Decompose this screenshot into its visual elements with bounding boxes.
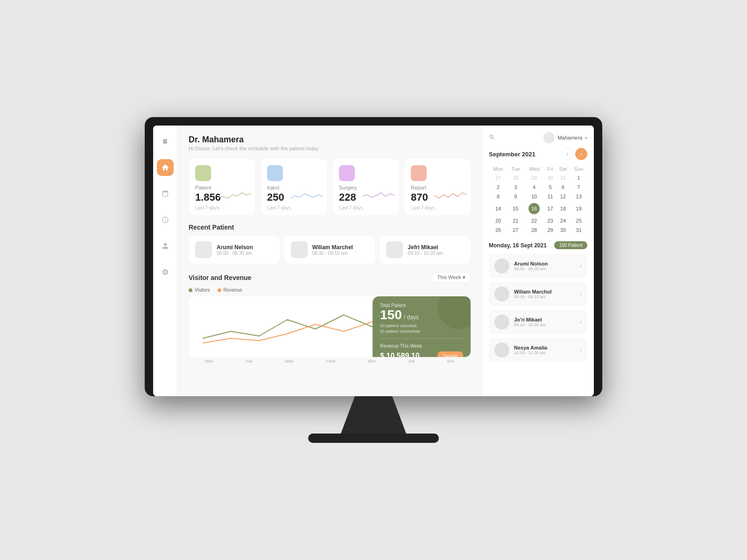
cal-day[interactable]: 26 bbox=[489, 225, 507, 235]
cal-day[interactable]: 2 bbox=[489, 182, 507, 192]
stat-card-report: Report 870 Last 7 days bbox=[404, 159, 471, 215]
tooltip-rescheduled: 50 patient reschedule bbox=[380, 329, 463, 334]
patient-time-0: 08.00 - 08.30 am bbox=[217, 251, 253, 256]
cal-day-today[interactable]: 16 bbox=[524, 201, 545, 216]
schedule-item-2[interactable]: Jo'ri Mikael 09.10 - 10.20 am › bbox=[489, 310, 587, 334]
patient-info-0: Arumi Nelson 08.00 - 08.30 am bbox=[217, 244, 253, 256]
cal-day[interactable]: 1 bbox=[570, 173, 587, 182]
cal-day[interactable]: 8 bbox=[489, 192, 507, 201]
cal-day[interactable]: 21 bbox=[507, 216, 524, 225]
cal-day[interactable]: 31 bbox=[556, 173, 570, 182]
search-icon-btn[interactable] bbox=[489, 134, 495, 142]
cal-day[interactable]: 31 bbox=[570, 225, 587, 235]
cal-next[interactable]: › bbox=[575, 148, 587, 160]
cal-day[interactable]: 17 bbox=[545, 201, 556, 216]
label-thue: Thue bbox=[326, 359, 336, 364]
patient-card-2[interactable]: Jefri Mikael 09.10 - 10.20 am bbox=[380, 236, 471, 264]
patient-time-2: 09.10 - 10.20 am bbox=[408, 251, 443, 256]
recent-patient-title: Recent Patient bbox=[189, 224, 471, 231]
cal-day[interactable]: 13 bbox=[570, 192, 587, 201]
patient-chart bbox=[218, 188, 251, 204]
recent-patients-grid: Arumi Nelson 08.00 - 08.30 am Wiliam Mar… bbox=[189, 236, 471, 264]
right-panel: Mahamera ▾ September 2021 ‹ › Mon bbox=[482, 126, 594, 396]
inject-chart bbox=[290, 188, 323, 204]
sched-avatar-0 bbox=[494, 259, 509, 273]
sched-arrow-0: › bbox=[580, 263, 582, 269]
chart-legend: Visitors Revenue bbox=[189, 287, 471, 293]
surgery-icon bbox=[339, 165, 355, 181]
schedule-item-3[interactable]: Nesya Amalia 10.20 - 11.30 am › bbox=[489, 338, 587, 362]
cal-day[interactable]: 14 bbox=[489, 201, 507, 216]
sched-arrow-1: › bbox=[580, 291, 582, 297]
sidebar: ≡ bbox=[153, 126, 177, 396]
cal-day[interactable]: 30 bbox=[545, 173, 556, 182]
cal-day[interactable]: 25 bbox=[570, 216, 587, 225]
chevron-down-icon: ▾ bbox=[585, 135, 587, 140]
patient-avatar-0 bbox=[195, 241, 212, 258]
inject-period: Last 7 days bbox=[267, 205, 320, 210]
schedule-item-1[interactable]: Wiliam Marchol 08.30 - 09.10 am › bbox=[489, 282, 587, 306]
menu-icon[interactable]: ≡ bbox=[157, 133, 174, 150]
label-sat: Sat bbox=[408, 359, 415, 364]
stat-card-inject: Inject 250 Last 7 days bbox=[261, 159, 327, 215]
cal-day[interactable]: 12 bbox=[556, 192, 570, 201]
cal-day[interactable]: 28 bbox=[507, 173, 524, 182]
calendar-icon[interactable] bbox=[157, 185, 174, 202]
cal-day[interactable]: 10 bbox=[524, 192, 545, 201]
cal-day[interactable]: 23 bbox=[545, 216, 556, 225]
patient-count-badge: 150 Patient bbox=[554, 241, 587, 249]
stat-cards-grid: Patient 1.856 Last 7 days Inject 250 bbox=[189, 159, 471, 215]
cal-day[interactable]: 5 bbox=[545, 182, 556, 192]
cal-day[interactable]: 20 bbox=[489, 216, 507, 225]
tooltip-divider bbox=[380, 338, 463, 339]
cal-day[interactable]: 29 bbox=[524, 173, 545, 182]
user-icon[interactable] bbox=[157, 238, 174, 254]
settings-icon[interactable] bbox=[157, 264, 174, 280]
patient-card-1[interactable]: Wiliam Marchel 08.30 - 09.10 am bbox=[284, 236, 375, 264]
tooltip-value: 150 bbox=[380, 308, 402, 322]
monitor-stand bbox=[327, 396, 420, 434]
patient-info-2: Jefri Mikael 09.10 - 10.20 am bbox=[408, 244, 443, 256]
cal-th-sun: Sun bbox=[570, 165, 587, 173]
cal-day[interactable]: 29 bbox=[545, 225, 556, 235]
cal-day[interactable]: 24 bbox=[556, 216, 570, 225]
sched-time-3: 10.20 - 11.30 am bbox=[514, 350, 547, 355]
sched-avatar-1 bbox=[494, 287, 509, 301]
cal-day[interactable]: 19 bbox=[570, 201, 587, 216]
patient-card-0[interactable]: Arumi Nelson 08.00 - 08.30 am bbox=[189, 236, 280, 264]
cal-day[interactable]: 9 bbox=[507, 192, 524, 201]
day-title: Monday, 16 Sept 2021 bbox=[489, 242, 547, 249]
week-selector[interactable]: This Week ▾ bbox=[432, 272, 471, 283]
chart-header: Visitor and Revenue This Week ▾ bbox=[189, 272, 471, 283]
chart-tooltip: Total Patient 150 / days 20 patient canc… bbox=[373, 296, 471, 357]
details-button[interactable]: Details bbox=[437, 351, 463, 357]
cal-day[interactable]: 22 bbox=[524, 216, 545, 225]
cal-day[interactable]: 7 bbox=[570, 182, 587, 192]
sched-name-0: Arumi Nolson bbox=[514, 261, 548, 266]
cal-day[interactable]: 27 bbox=[507, 225, 524, 235]
cal-day[interactable]: 30 bbox=[556, 225, 570, 235]
clock-icon[interactable] bbox=[157, 211, 174, 228]
user-name: Mahamera bbox=[557, 135, 582, 140]
cal-day[interactable]: 11 bbox=[545, 192, 556, 201]
home-icon[interactable] bbox=[157, 159, 174, 176]
cal-day[interactable]: 28 bbox=[524, 225, 545, 235]
sched-arrow-3: › bbox=[580, 347, 582, 353]
cal-day[interactable]: 27 bbox=[489, 173, 507, 182]
cal-nav-group: ‹ › bbox=[561, 148, 587, 160]
cal-prev[interactable]: ‹ bbox=[561, 148, 573, 160]
patient-time-1: 08.30 - 09.10 am bbox=[312, 251, 353, 256]
cal-day[interactable]: 6 bbox=[556, 182, 570, 192]
cal-day[interactable]: 18 bbox=[556, 201, 570, 216]
patient-name-1: Wiliam Marchel bbox=[312, 244, 353, 251]
cal-day[interactable]: 4 bbox=[524, 182, 545, 192]
cal-day[interactable]: 3 bbox=[507, 182, 524, 192]
legend-revenue: Revenue bbox=[218, 287, 242, 293]
patient-avatar-1 bbox=[291, 241, 308, 258]
sched-info-1: Wiliam Marchol 08.30 - 09.10 am bbox=[514, 289, 552, 299]
report-period: Last 7 days bbox=[411, 205, 464, 210]
schedule-item-0[interactable]: Arumi Nolson 08.00 - 08.30 am › bbox=[489, 254, 587, 278]
inject-icon bbox=[267, 165, 283, 181]
cal-day[interactable]: 15 bbox=[507, 201, 524, 216]
chart-title: Visitor and Revenue bbox=[189, 274, 251, 281]
